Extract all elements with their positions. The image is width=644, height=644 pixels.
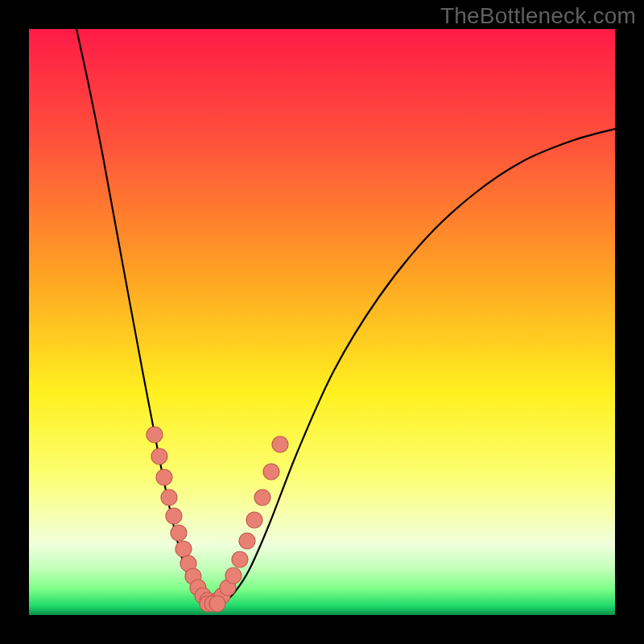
marker-left <box>175 541 192 557</box>
marker-left <box>161 489 177 506</box>
marker-left <box>151 448 167 464</box>
marker-right <box>225 568 242 584</box>
marker-right <box>254 489 270 506</box>
marker-left <box>166 508 182 524</box>
watermark-text: TheBottleneck.com <box>440 3 636 29</box>
marker-right <box>239 533 255 549</box>
plot-background <box>29 29 615 615</box>
marker-right <box>232 551 248 568</box>
chart-svg <box>0 0 644 644</box>
marker-left <box>171 525 187 541</box>
marker-right <box>263 464 279 480</box>
chart-frame: { "watermark": "TheBottleneck.com", "cha… <box>0 0 644 644</box>
marker-right <box>246 512 262 528</box>
marker-bottom <box>209 596 225 612</box>
marker-left <box>156 469 172 485</box>
marker-right <box>272 436 288 452</box>
marker-left <box>147 427 163 443</box>
